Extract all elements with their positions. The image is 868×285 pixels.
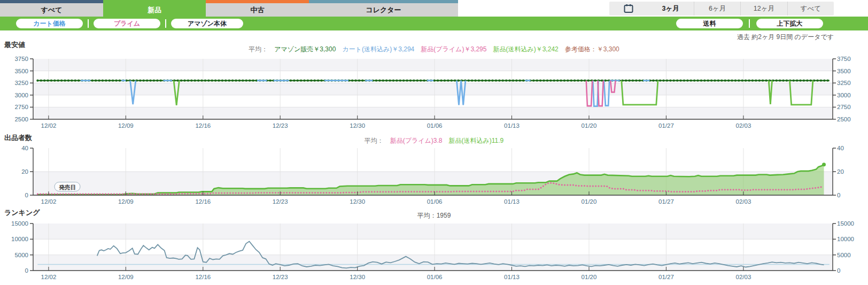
svg-text:10000: 10000 [11,236,28,242]
svg-text:2500: 2500 [837,116,851,122]
calendar-icon[interactable] [609,4,647,13]
svg-text:0: 0 [25,192,28,198]
svg-text:2500: 2500 [14,116,28,122]
svg-text:3500: 3500 [837,68,851,74]
legend-item: 新品(プライム)3.8 [390,137,443,144]
svg-text:01/06: 01/06 [427,122,443,129]
svg-text:12/02: 12/02 [41,122,57,129]
expand-vertical-button[interactable]: 上下拡大 [756,19,823,28]
svg-text:15000: 15000 [11,220,28,227]
svg-text:20: 20 [21,168,28,175]
svg-text:12/09: 12/09 [118,122,134,129]
toolbar-separator [165,19,166,28]
svg-text:20: 20 [837,168,844,175]
svg-text:02/03: 02/03 [736,274,751,280]
legend-item: 新品(送料込み)11.9 [449,137,504,144]
svg-text:3000: 3000 [14,92,28,98]
tab-new[interactable]: 新品 [103,0,206,17]
data-range-note: 過去 約2ヶ月 9日間 のデータです [737,33,834,42]
tab-used-label: 中古 [206,3,309,17]
svg-text:5000: 5000 [837,252,851,258]
svg-text:10000: 10000 [837,236,854,242]
svg-text:3250: 3250 [14,80,28,86]
period-all[interactable]: すべて [787,2,834,16]
svg-text:2750: 2750 [837,104,851,110]
legend-item: 平均：1959 [417,212,451,219]
sellers-chart[interactable]: 002020404012/0212/0912/1612/2312/3001/06… [0,145,868,205]
period-selector: 3ヶ月 6ヶ月 12ヶ月 すべて [609,2,834,16]
svg-text:3000: 3000 [837,92,851,98]
svg-text:12/09: 12/09 [118,198,134,205]
amazon-body-button[interactable]: アマゾン本体 [171,19,243,28]
tab-new-label: 新品 [103,3,206,17]
sellers-chart-legend: 平均：新品(プライム)3.8新品(送料込み)11.9 [0,136,868,145]
svg-text:12/30: 12/30 [350,274,365,280]
svg-text:12/30: 12/30 [350,198,365,205]
tab-all-label: すべて [0,3,103,17]
svg-text:3500: 3500 [14,68,28,74]
svg-text:12/23: 12/23 [273,274,288,280]
legend-item: 平均： [365,137,384,144]
category-tabbar: すべて 新品 中古 コレクター [0,0,458,17]
svg-text:01/27: 01/27 [658,122,674,129]
svg-text:02/03: 02/03 [736,198,751,205]
svg-text:01/27: 01/27 [658,274,674,280]
svg-text:15000: 15000 [837,220,854,227]
cart-price-button[interactable]: カート価格 [16,19,83,28]
svg-text:01/27: 01/27 [658,198,674,205]
svg-text:12/09: 12/09 [118,274,134,280]
svg-text:40: 40 [837,145,844,151]
svg-text:01/20: 01/20 [582,122,597,129]
ranking-chart[interactable]: 00500050001000010000150001500012/0212/09… [0,220,868,281]
svg-text:2750: 2750 [14,104,28,110]
svg-text:01/20: 01/20 [582,274,597,280]
svg-text:01/20: 01/20 [582,198,597,205]
period-3m[interactable]: 3ヶ月 [647,2,693,16]
toolbar-separator [88,19,89,28]
ranking-chart-legend: 平均：1959 [0,211,868,220]
svg-text:01/06: 01/06 [427,274,443,280]
tab-collector-label: コレクター [309,3,458,17]
svg-text:0: 0 [837,192,840,198]
tab-used[interactable]: 中古 [206,0,309,17]
svg-text:0: 0 [837,267,840,274]
period-6m[interactable]: 6ヶ月 [694,2,740,16]
svg-text:01/13: 01/13 [504,198,520,205]
svg-text:12/23: 12/23 [273,122,288,129]
shipping-button[interactable]: 送料 [676,19,743,28]
svg-text:12/16: 12/16 [195,274,211,280]
svg-text:12/02: 12/02 [41,198,57,205]
svg-text:01/13: 01/13 [504,122,520,129]
svg-text:01/13: 01/13 [504,274,520,280]
svg-text:5000: 5000 [14,252,28,258]
period-12m[interactable]: 12ヶ月 [740,2,787,16]
svg-text:12/23: 12/23 [273,198,288,205]
prime-button[interactable]: プライム [94,19,160,28]
svg-text:3750: 3750 [14,56,28,62]
svg-text:0: 0 [25,267,28,274]
series-toolbar: カート価格 プライム アマゾン本体 送料 上下拡大 [0,17,868,30]
tab-all[interactable]: すべて [0,0,103,17]
svg-text:02/03: 02/03 [736,122,751,129]
svg-text:3750: 3750 [837,56,851,62]
svg-text:01/06: 01/06 [427,198,443,205]
svg-text:12/16: 12/16 [195,122,211,129]
svg-text:発売日: 発売日 [58,184,76,190]
price-chart[interactable]: 2500250027502750300030003250325035003500… [0,51,868,130]
svg-text:3250: 3250 [837,80,851,86]
svg-text:40: 40 [21,145,28,151]
svg-text:12/30: 12/30 [350,122,365,129]
tab-collector[interactable]: コレクター [309,0,458,17]
svg-text:12/16: 12/16 [195,198,211,205]
toolbar-separator [749,19,750,28]
svg-text:12/02: 12/02 [41,274,57,280]
